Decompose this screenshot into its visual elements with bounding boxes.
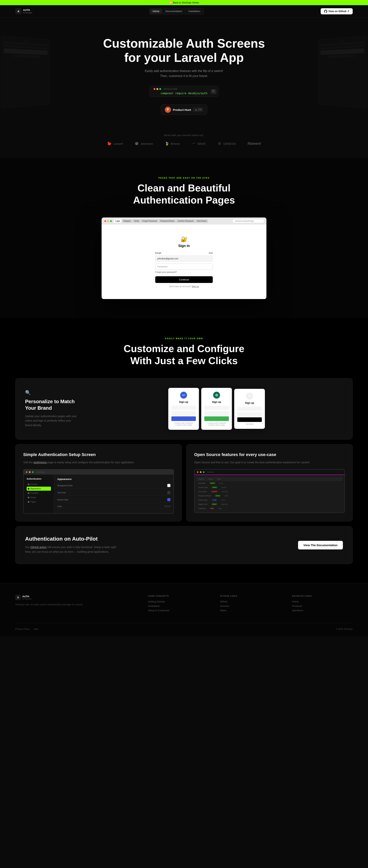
privacy-policy-link[interactable]: Privacy Policy	[15, 628, 30, 630]
starter-kits-logos: Laravel Jetstream 🍃 Breeze 〰 WAVE ⚙ GENE…	[15, 141, 353, 146]
kit-laravel: Laravel	[107, 141, 123, 146]
setup-content: Authentication General Appearance Provid…	[24, 474, 173, 513]
forgot-password-link[interactable]: Forgot your password?	[155, 271, 213, 273]
setting-text: Text Color	[57, 490, 170, 495]
footer-devdojo-title: DEVDOJO LINKS	[292, 595, 353, 597]
hero-section: Sign up Sign up Customizable Auth Screen…	[0, 18, 368, 126]
footer-col-core: CORE CONCEPTS Getting Started Installati…	[148, 595, 208, 613]
footer-devdojo-home[interactable]: Home	[292, 600, 353, 603]
setup-preview: /auth/setup Authentication General Appea…	[23, 469, 174, 514]
tab-forgot[interactable]: Forgot Password	[141, 219, 159, 223]
login-icon: 🔐	[155, 236, 213, 242]
browser-dot-yellow	[107, 220, 109, 222]
nav-home[interactable]: Home	[150, 9, 162, 13]
open-source-bar: Features	[195, 470, 344, 475]
tab-verify[interactable]: Verify	[133, 219, 141, 223]
copy-button[interactable]	[210, 89, 217, 94]
open-source-card: Open Source features for every use-case …	[186, 444, 353, 522]
email-label: Email	[155, 252, 161, 254]
mini-card-starbucks: ✿ Sign up Continue with FacebookContinue…	[201, 388, 232, 430]
email-edit[interactable]: Edit	[209, 252, 213, 254]
setting-logo: Logo Upload	[57, 504, 170, 509]
jetstream-icon	[135, 142, 139, 146]
two-col-cards: Simple Authentication Setup Screen Visit…	[15, 444, 353, 522]
setup-link[interactable]: /auth/setup	[33, 461, 47, 464]
product-hunt-icon: P	[165, 106, 171, 113]
kit-breeze: 🍃 Breeze	[165, 141, 180, 146]
continue-button[interactable]: Continue	[155, 276, 213, 283]
tab-twofactor[interactable]: Two-Factor	[195, 219, 208, 223]
browser-bar: Login Register Verify Forgot Password Pa…	[102, 217, 266, 224]
code-dots: INSTALLATION	[153, 88, 215, 90]
code-block: INSTALLATION composer require devdojo/au…	[149, 86, 219, 97]
personalize-preview: ↩ Sign up Continue with FacebookContinue…	[90, 388, 343, 430]
feature-row-6: Magic Links active Optional	[196, 502, 342, 506]
logo-icon: A	[15, 8, 22, 14]
github-btn-label: View on Github ↗	[328, 10, 349, 12]
sidebar-general: General	[27, 482, 51, 486]
product-hunt-label: Product Hunt	[173, 108, 191, 112]
footer-bottom-links: Privacy Policy Help	[15, 628, 38, 630]
top-banner[interactable]: 🔁 Back to DevDojo Home	[0, 0, 368, 5]
code-dot-red	[153, 88, 155, 90]
kit-filament-label: filament	[248, 142, 261, 146]
autopilot-desc: Our GitHub action will ensure your auth …	[25, 545, 121, 554]
tab-password-reset[interactable]: Password Reset	[159, 219, 176, 223]
hero-content: Customizable Auth Screens for your Larav…	[15, 37, 353, 115]
tab-login[interactable]: Login	[114, 219, 121, 223]
feature-row-1: Providers active Core	[196, 481, 342, 485]
tab-register[interactable]: Register	[122, 219, 132, 223]
footer-devdojo-questions[interactable]: Questions	[292, 609, 353, 612]
nav-installation[interactable]: Installation	[186, 9, 203, 13]
view-docs-button[interactable]: View The Documentation	[298, 541, 343, 550]
laravel-icon	[108, 142, 112, 146]
hero-subtitle: Easily add authentication features with …	[15, 68, 353, 78]
footer-grid: A AUTH by devdojo DevDojo Auth. An open-…	[15, 595, 353, 613]
footer-wave-link[interactable]: Wave	[220, 609, 281, 612]
personalize-icon: 🔍	[25, 390, 79, 395]
browser-tabs: Login Register Verify Forgot Password Pa…	[114, 219, 231, 223]
setup-sidebar: Authentication General Appearance Provid…	[24, 474, 54, 513]
auth-demo-wrapper: Login Register Verify Forgot Password Pa…	[15, 217, 353, 299]
footer-devdojo-products[interactable]: Products	[292, 604, 353, 608]
signup-link[interactable]: Sign up	[192, 285, 199, 287]
copyright: © 2024 DevDojo	[336, 628, 353, 630]
footer-github-link[interactable]: Github	[220, 600, 281, 603]
footer-getting-started[interactable]: Getting Started	[148, 600, 208, 603]
open-source-title: Open Source features for every use-case	[194, 452, 345, 458]
autopilot-card: Authentication on Auto-Pilot Our GitHub …	[15, 526, 353, 564]
table-header: Feature Status Type	[196, 477, 342, 481]
footer-setup[interactable]: Setup & Customize	[148, 609, 208, 612]
mini-title-1: Sign up	[171, 401, 196, 403]
password-input[interactable]: Password	[155, 264, 213, 270]
product-hunt-badge[interactable]: P Product Hunt ▲ 279	[161, 104, 207, 115]
footer-genesis-link[interactable]: Genesis	[220, 604, 281, 608]
kit-laravel-label: Laravel	[113, 142, 123, 145]
footer-brand: A AUTH by devdojo DevDojo Auth. An open-…	[15, 595, 137, 613]
code-text: composer require devdojo/auth	[161, 92, 207, 95]
footer-brand-name: AUTH	[22, 595, 31, 598]
kit-genesis-label: GENESIS	[223, 142, 236, 145]
sidebar-appearance[interactable]: Appearance	[27, 487, 51, 491]
github-button[interactable]: View on Github ↗	[321, 8, 353, 14]
mini-title-2: Sign up	[204, 401, 229, 403]
code-dot-green	[159, 88, 161, 90]
autopilot-title: Authentication on Auto-Pilot	[25, 536, 121, 542]
setup-url: /auth/setup	[36, 471, 45, 473]
setup-title: Simple Authentication Setup Screen	[23, 452, 174, 458]
navbar-logo[interactable]: A AUTH by devdojo	[15, 8, 32, 14]
mini-field-3	[204, 406, 229, 410]
nav-documentation[interactable]: Documentation	[163, 9, 185, 13]
mini-logo-minimal: ⚙	[246, 393, 253, 400]
footer-installation[interactable]: Installation	[148, 604, 208, 608]
starter-kits-section: Works with your favorite starter kits. L…	[0, 126, 368, 158]
tab-confirm[interactable]: Confirm Password	[176, 219, 195, 223]
mini-btn-black	[237, 417, 262, 422]
autopilot-github-link[interactable]: GitHub action	[30, 546, 47, 549]
kit-wave-label: WAVE	[197, 142, 206, 145]
hero-title: Customizable Auth Screens for your Larav…	[15, 37, 353, 65]
footer-logo-icon: A	[15, 595, 21, 600]
help-link[interactable]: Help	[33, 628, 38, 630]
navbar: A AUTH by devdojo Home Documentation Ins…	[0, 5, 368, 18]
open-source-desc: Open Source and free to use. Our goal is…	[194, 460, 345, 465]
